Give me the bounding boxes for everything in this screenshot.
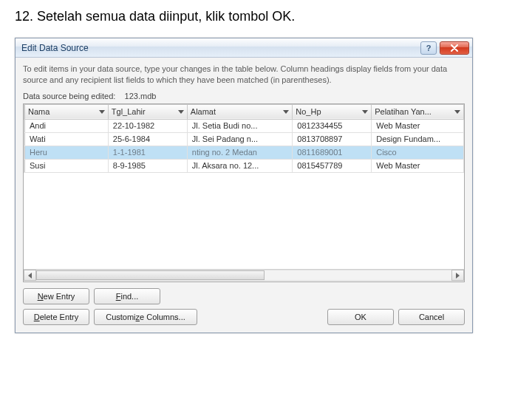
- table-row[interactable]: Andi22-10-1982Jl. Setia Budi no...081233…: [24, 119, 464, 132]
- chevron-down-icon[interactable]: [362, 110, 368, 114]
- find-button[interactable]: Find...: [94, 288, 160, 304]
- dialog-title: Edit Data Source: [21, 43, 420, 53]
- src-file: 123.mdb: [125, 92, 157, 100]
- new-entry-button[interactable]: New Entry: [23, 288, 89, 304]
- dialog-description: To edit items in your data source, type …: [23, 64, 465, 86]
- data-source-line: Data source being edited: 123.mdb: [23, 92, 465, 100]
- cell[interactable]: 0812334455: [293, 119, 372, 132]
- table-row[interactable]: Susi8-9-1985Jl. Aksara no. 12...08154577…: [24, 159, 464, 172]
- table-row[interactable]: Heru1-1-1981nting no. 2 Medan0811689001C…: [24, 146, 464, 159]
- ok-button[interactable]: OK: [327, 309, 394, 325]
- cell[interactable]: Jl. Aksara no. 12...: [187, 159, 293, 172]
- col-header[interactable]: Alamat: [187, 104, 293, 119]
- cell[interactable]: 0813708897: [293, 132, 372, 146]
- delete-entry-button[interactable]: Delete Entry: [23, 309, 89, 325]
- cell[interactable]: Jl. Sei Padang n...: [187, 132, 293, 146]
- close-button[interactable]: [440, 41, 469, 55]
- cell[interactable]: 1-1-1981: [108, 146, 187, 159]
- cancel-button[interactable]: Cancel: [398, 309, 465, 325]
- scroll-thumb[interactable]: [36, 270, 265, 280]
- dialog-body: To edit items in your data source, type …: [16, 58, 472, 332]
- scroll-right-button[interactable]: [451, 270, 464, 281]
- grid-empty-area: [24, 173, 464, 269]
- cell[interactable]: Wati: [25, 132, 109, 146]
- titlebar: Edit Data Source ?: [16, 38, 472, 58]
- src-prefix: Data source being edited:: [23, 92, 115, 100]
- help-button[interactable]: ?: [420, 41, 437, 55]
- scroll-left-button[interactable]: [24, 270, 36, 281]
- close-icon: [450, 44, 459, 52]
- scroll-track[interactable]: [36, 270, 451, 281]
- cell[interactable]: Web Master: [372, 159, 464, 172]
- horizontal-scrollbar[interactable]: [24, 269, 464, 282]
- col-header[interactable]: Pelatihan Yan...: [372, 104, 464, 119]
- chevron-down-icon[interactable]: [178, 110, 184, 114]
- cell[interactable]: 0815457789: [293, 159, 372, 172]
- chevron-down-icon[interactable]: [283, 110, 289, 114]
- button-row-1: New Entry Find...: [23, 288, 465, 304]
- cell[interactable]: 22-10-1982: [108, 119, 187, 132]
- col-header[interactable]: No_Hp: [293, 104, 372, 119]
- customize-columns-button[interactable]: Customize Columns...: [94, 309, 197, 325]
- cell[interactable]: Andi: [25, 119, 109, 132]
- button-row-2: Delete Entry Customize Columns... OK Can…: [23, 309, 465, 325]
- col-header[interactable]: Tgl_Lahir: [108, 104, 187, 119]
- instruction-text: 12. Setelah semua data diinput, klik tom…: [15, 9, 517, 24]
- cell[interactable]: Heru: [25, 146, 109, 159]
- chevron-down-icon[interactable]: [454, 110, 460, 114]
- cell[interactable]: Cisco: [372, 146, 464, 159]
- chevron-down-icon[interactable]: [99, 110, 105, 114]
- cell[interactable]: Web Master: [372, 119, 464, 132]
- data-grid[interactable]: Nama Tgl_Lahir Alamat No_Hp Pelatihan Ya…: [23, 103, 465, 282]
- cell[interactable]: 0811689001: [293, 146, 372, 159]
- table-row[interactable]: Wati25-6-1984Jl. Sei Padang n...08137088…: [24, 132, 464, 146]
- cell[interactable]: Design Fundam...: [372, 132, 464, 146]
- cell[interactable]: Jl. Setia Budi no...: [187, 119, 293, 132]
- cell[interactable]: 8-9-1985: [108, 159, 187, 172]
- triangle-right-icon: [456, 273, 460, 279]
- cell[interactable]: Susi: [25, 159, 109, 172]
- cell[interactable]: nting no. 2 Medan: [187, 146, 293, 159]
- edit-data-source-dialog: Edit Data Source ? To edit items in your…: [15, 38, 473, 333]
- col-header[interactable]: Nama: [25, 104, 109, 119]
- triangle-left-icon: [28, 273, 32, 279]
- cell[interactable]: 25-6-1984: [108, 132, 187, 146]
